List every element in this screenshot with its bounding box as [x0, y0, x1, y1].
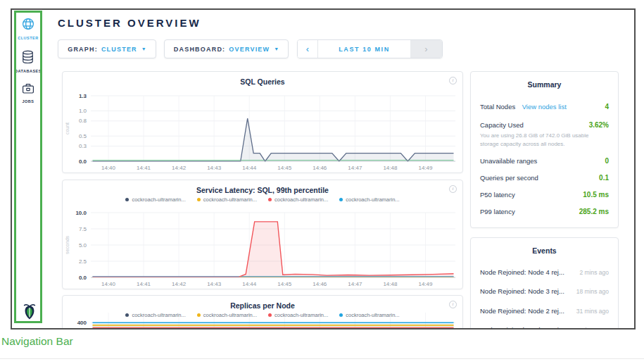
replicas-per-node-chart: Replicas per Node i cockroach-ultramarin…	[62, 295, 463, 330]
legend-dot-icon	[125, 198, 129, 201]
summary-title: Summary	[480, 72, 609, 90]
svg-text:5.0: 5.0	[79, 242, 87, 249]
legend-item[interactable]: cockroach-ultramarin...	[125, 196, 185, 203]
summary-label: Total Nodes	[480, 103, 515, 111]
legend-item[interactable]: cockroach-ultramarin...	[197, 312, 257, 318]
sidebar-item-jobs[interactable]: JOBS	[22, 83, 34, 103]
event-row[interactable]: Node Rejoined: Node 3 rej... 18 mins ago	[480, 287, 609, 295]
bottom-divider	[0, 358, 644, 359]
summary-label: P50 latency	[480, 191, 515, 199]
events-panel: Events Node Rejoined: Node 4 rej... 2 mi…	[470, 237, 619, 330]
summary-label: P99 latency	[480, 208, 515, 215]
sidebar-item-databases[interactable]: DATABASES	[15, 50, 42, 73]
svg-text:14:48: 14:48	[383, 165, 398, 171]
summary-label: Unavailable ranges	[480, 157, 537, 165]
legend-item[interactable]: cockroach-ultramarin...	[268, 196, 328, 203]
legend-label: cockroach-ultramarin...	[203, 196, 257, 203]
sidebar-item-label: CLUSTER	[18, 36, 38, 40]
summary-row-total-nodes: Total Nodes View nodes list 4	[480, 99, 609, 112]
svg-text:2.5: 2.5	[79, 258, 87, 265]
legend-label: cockroach-ultramarin...	[132, 312, 185, 318]
legend-dot-icon	[268, 198, 272, 201]
event-time: 18 mins ago	[576, 288, 609, 295]
sidebar-item-label: JOBS	[23, 99, 34, 103]
sidebar-item-label: DATABASES	[15, 69, 42, 73]
time-range-value[interactable]: LAST 10 MIN	[318, 40, 410, 58]
summary-value: 3.62%	[589, 121, 609, 129]
legend-label: cockroach-ultramarin...	[346, 312, 399, 318]
summary-value: 4	[605, 103, 609, 111]
legend-item[interactable]: cockroach-ultramarin...	[197, 196, 257, 203]
svg-text:14:42: 14:42	[172, 165, 187, 171]
svg-text:14:40: 14:40	[101, 165, 116, 171]
event-row[interactable]: Node Rejoined: Node 4 rej... 2 mins ago	[480, 268, 609, 276]
summary-row-p99: P99 latency 285.2 ms	[480, 208, 609, 215]
svg-text:14:47: 14:47	[348, 165, 362, 171]
dashboard-dropdown[interactable]: DASHBOARD: OVERVIEW ▼	[164, 39, 289, 58]
svg-text:14:44: 14:44	[242, 165, 257, 171]
svg-text:0.0: 0.0	[79, 158, 87, 165]
svg-text:14:47: 14:47	[348, 281, 362, 287]
svg-text:14:46: 14:46	[312, 165, 327, 171]
summary-label: Queries per second	[480, 174, 538, 182]
legend-label: cockroach-ultramarin...	[203, 312, 257, 318]
toolbar: GRAPH: CLUSTER ▼ DASHBOARD: OVERVIEW ▼ ‹…	[58, 39, 634, 58]
main-content: CLUSTER OVERVIEW GRAPH: CLUSTER ▼ DASHBO…	[47, 10, 634, 328]
svg-text:10.0: 10.0	[75, 210, 87, 216]
summary-value: 10.5 ms	[583, 191, 609, 199]
event-title: Node Rejoined: Node 3 rej...	[480, 287, 564, 295]
legend-dot-icon	[268, 313, 272, 317]
service-latency-chart: Service Latency: SQL, 99th percentile i …	[62, 180, 463, 289]
dashboard-dropdown-label: DASHBOARD:	[174, 46, 226, 53]
graph-dropdown[interactable]: GRAPH: CLUSTER ▼	[58, 39, 156, 58]
time-range-prev-button[interactable]: ‹	[298, 40, 318, 58]
jobs-briefcase-icon	[22, 83, 34, 97]
cockroachdb-logo[interactable]	[22, 303, 37, 323]
legend-item[interactable]: cockroach-ultramarin...	[339, 312, 399, 318]
time-range-selector: ‹ LAST 10 MIN ›	[297, 39, 443, 58]
graph-dropdown-label: GRAPH:	[68, 46, 98, 53]
legend-dot-icon	[197, 313, 201, 317]
charts-column: SQL Queries i 0.00.30.50.81.01.314:4014:…	[62, 71, 463, 330]
summary-panel: Summary Total Nodes View nodes list 4 Ca…	[470, 71, 619, 228]
view-nodes-list-link[interactable]: View nodes list	[522, 103, 567, 111]
event-title: Node Rejoined: Node 4 rej...	[480, 268, 564, 276]
app-window: CLUSTER DATABASES	[11, 8, 636, 330]
legend-label: cockroach-ultramarin...	[274, 196, 328, 203]
event-title: Node Rejoined: Node 1 rej...	[480, 326, 564, 330]
legend-item[interactable]: cockroach-ultramarin...	[339, 196, 399, 203]
sidebar-item-cluster[interactable]: CLUSTER	[18, 17, 38, 40]
chart-legend: cockroach-ultramarin...cockroach-ultrama…	[63, 312, 462, 318]
svg-text:0.8: 0.8	[79, 118, 87, 124]
chevron-down-icon: ▼	[141, 46, 146, 51]
summary-row-p50: P50 latency 10.5 ms	[480, 191, 609, 199]
right-column: Summary Total Nodes View nodes list 4 Ca…	[470, 71, 619, 330]
info-icon[interactable]: i	[449, 301, 457, 308]
legend-label: cockroach-ultramarin...	[132, 196, 185, 203]
summary-value: 285.2 ms	[579, 208, 609, 215]
chart-title: Replicas per Node	[63, 301, 462, 310]
event-row[interactable]: Node Rejoined: Node 2 rej... 31 mins ago	[480, 307, 609, 315]
legend-item[interactable]: cockroach-ultramarin...	[268, 312, 328, 318]
svg-text:0.3: 0.3	[79, 143, 87, 149]
events-title: Events	[480, 238, 609, 256]
time-range-next-button[interactable]: ›	[410, 40, 442, 58]
legend-item[interactable]: cockroach-ultramarin...	[125, 312, 185, 318]
summary-row-capacity: Capacity Used 3.62%	[480, 121, 609, 129]
cluster-globe-icon	[21, 17, 35, 34]
info-icon[interactable]: i	[449, 185, 457, 193]
event-title: Node Rejoined: Node 2 rej...	[480, 307, 564, 315]
svg-text:14:40: 14:40	[101, 281, 116, 287]
svg-text:7.5: 7.5	[79, 226, 87, 232]
summary-value: 0	[605, 157, 609, 165]
svg-text:14:46: 14:46	[312, 281, 327, 287]
svg-text:14:49: 14:49	[418, 165, 433, 171]
info-icon[interactable]: i	[449, 77, 457, 84]
svg-text:14:48: 14:48	[383, 281, 398, 287]
svg-text:14:43: 14:43	[207, 165, 222, 171]
chart-legend: cockroach-ultramarin...cockroach-ultrama…	[63, 196, 462, 203]
event-row[interactable]: Node Rejoined: Node 1 rej... an hour ago	[480, 326, 609, 330]
svg-text:400: 400	[77, 320, 87, 326]
summary-label: Capacity Used	[480, 121, 524, 129]
navigation-bar: CLUSTER DATABASES	[12, 10, 47, 328]
